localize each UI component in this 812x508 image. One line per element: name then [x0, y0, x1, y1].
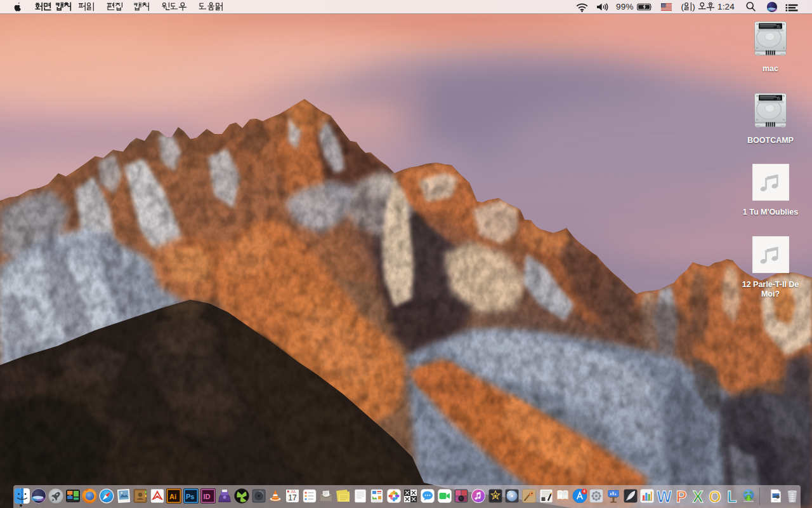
- svg-text:JUL: JUL: [291, 490, 296, 493]
- svg-text:4: 4: [583, 489, 586, 493]
- svg-text:X: X: [693, 488, 704, 504]
- svg-text:L: L: [727, 488, 737, 504]
- svg-text:O: O: [709, 488, 721, 504]
- svg-text:Ps: Ps: [186, 493, 194, 500]
- svg-text:17: 17: [288, 493, 297, 502]
- svg-text:ID: ID: [204, 493, 211, 500]
- svg-text:Ai: Ai: [169, 493, 176, 500]
- svg-text:P: P: [676, 488, 687, 504]
- svg-text:W: W: [657, 488, 672, 504]
